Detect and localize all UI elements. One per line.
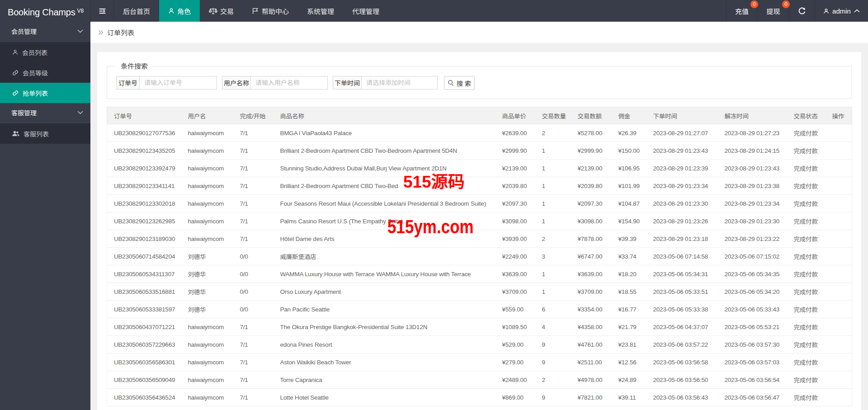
- sidebar-group-members[interactable]: 会员管理: [0, 22, 90, 42]
- recharge-badge: 0: [750, 0, 758, 8]
- nav-item-trades[interactable]: 交易: [200, 0, 243, 22]
- nav-item-label: 后台首页: [123, 6, 150, 16]
- cell-product-name: Orso Luxury Apartment: [274, 283, 495, 301]
- cell-trade-status: 完成付款: [787, 283, 826, 301]
- cell-user-name: haiwaiymcom: [181, 371, 233, 389]
- cell-trade-qty: 2: [535, 371, 571, 389]
- column-header-unit-price: 商品单价: [495, 107, 535, 124]
- cell-unit-price: ¥2249.00: [495, 248, 535, 265]
- menu-toggle-icon: [99, 8, 106, 14]
- cell-commission: ¥18.55: [612, 283, 646, 301]
- cell-unfreeze-time: 2023-05-06 07:15:02: [718, 248, 787, 265]
- cell-trade-qty: 6: [535, 301, 571, 318]
- cell-unfreeze-time: 2023-05-06 05:53:21: [718, 318, 787, 336]
- user-icon: [823, 8, 829, 14]
- cell-done-start: 7/1: [233, 195, 274, 212]
- search-button-label: 搜 索: [457, 79, 471, 88]
- cell-unit-price: ¥2639.00: [495, 124, 535, 142]
- order-no-label: 订单号: [116, 76, 140, 90]
- cell-unit-price: ¥3939.00: [495, 230, 535, 248]
- table-row: UB2308290123435205haiwaiymcom7/1Brillian…: [107, 142, 852, 160]
- cell-unit-price: ¥2489.00: [495, 371, 535, 389]
- cell-trade-status: 完成付款: [787, 195, 826, 212]
- table-row: UB2308290123302018haiwaiymcom7/1Four Sea…: [107, 195, 852, 212]
- nav-item-label: 代理管理: [352, 6, 379, 16]
- admin-user-menu[interactable]: admin: [815, 0, 868, 22]
- cell-order-no: UB2305060356436524: [107, 389, 181, 406]
- search-button[interactable]: 搜 索: [444, 76, 475, 90]
- cell-done-start: 7/1: [233, 371, 274, 389]
- nav-item-home[interactable]: 后台首页: [114, 0, 159, 22]
- column-header-order-time: 下单时间: [646, 107, 718, 124]
- withdraw-button[interactable]: 提现 0: [757, 0, 789, 22]
- cell-order-no: UB2308290123435205: [107, 142, 181, 160]
- column-header-done-start: 完成/开始: [233, 107, 274, 124]
- sidebar-item-label: 会员列表: [22, 48, 47, 57]
- table-row: UB2305060534311307刘德华0/0WAMMA Luxury Hou…: [107, 265, 852, 283]
- sidebar-submenu-support: 客服列表: [0, 123, 90, 144]
- cell-order-time: 2023-05-06 05:33:51: [646, 283, 718, 301]
- table-row: UB2305060533516881刘德华0/0Orso Luxury Apar…: [107, 283, 852, 301]
- sidebar-item-member-levels[interactable]: 会员等级: [0, 62, 90, 83]
- sidebar-item-member-list[interactable]: 会员列表: [0, 42, 90, 62]
- table-row: UB2308290123341141haiwaiymcom7/1Brillian…: [107, 177, 852, 195]
- top-nav: 后台首页 角色 交易 帮助中心 系统管理 代理管理: [114, 0, 388, 22]
- cell-user-name: haiwaiymcom: [181, 353, 233, 371]
- cell-commission: ¥23.81: [612, 336, 646, 353]
- user-name-input[interactable]: [251, 76, 328, 90]
- cell-order-time: 2023-08-29 01:23:26: [646, 212, 718, 230]
- cell-trade-amount: ¥2999.90: [571, 142, 612, 160]
- sidebar-group-support[interactable]: 客服管理: [0, 103, 90, 123]
- refresh-button[interactable]: [789, 0, 815, 22]
- cell-unit-price: ¥2999.90: [495, 142, 535, 160]
- cell-order-no: UB2308290123392479: [107, 160, 181, 177]
- cell-user-name: haiwaiymcom: [181, 212, 233, 230]
- cell-order-time: 2023-05-06 03:56:43: [646, 389, 718, 406]
- nav-item-roles[interactable]: 角色: [159, 0, 200, 22]
- cell-trade-status: 完成付款: [787, 389, 826, 406]
- cell-order-no: UB2305060356586301: [107, 353, 181, 371]
- column-header-unfreeze-time: 解冻时间: [718, 107, 787, 124]
- nav-item-system[interactable]: 系统管理: [298, 0, 343, 22]
- nav-item-label: 交易: [220, 6, 234, 16]
- cell-trade-status: 完成付款: [787, 230, 826, 248]
- cell-actions: [826, 318, 852, 336]
- cell-actions: [826, 248, 852, 265]
- cell-trade-qty: 1: [535, 195, 571, 212]
- cell-order-no: UB2308290127077536: [107, 124, 181, 142]
- order-no-input[interactable]: [140, 76, 217, 90]
- cell-user-name: haiwaiymcom: [181, 318, 233, 336]
- cell-trade-status: 完成付款: [787, 142, 826, 160]
- cell-order-time: 2023-05-06 05:34:31: [646, 265, 718, 283]
- user-icon: [12, 49, 18, 55]
- cell-order-time: 2023-08-29 01:23:18: [646, 230, 718, 248]
- sidebar-toggle-button[interactable]: [90, 0, 114, 22]
- link-icon: [12, 90, 19, 96]
- cell-user-name: haiwaiymcom: [181, 389, 233, 406]
- nav-item-help-center[interactable]: 帮助中心: [243, 0, 298, 22]
- brand-name: Booking Champs: [8, 7, 75, 17]
- sidebar-submenu-members: 会员列表 会员等级 抢单列表: [0, 42, 90, 103]
- cell-unfreeze-time: 2023-05-06 05:34:20: [718, 283, 787, 301]
- cell-commission: ¥39.39: [612, 230, 646, 248]
- recharge-button[interactable]: 充值 0: [726, 0, 757, 22]
- flag-icon: [252, 7, 259, 14]
- cell-done-start: 7/1: [233, 318, 274, 336]
- cell-commission: ¥104.87: [612, 195, 646, 212]
- orders-table-body: UB2308290127077536haiwaiymcom7/1BMGA l V…: [107, 124, 852, 406]
- cell-done-start: 7/1: [233, 353, 274, 371]
- column-header-actions: 操作: [826, 107, 852, 124]
- order-time-input[interactable]: [362, 76, 438, 90]
- cell-done-start: 7/1: [233, 160, 274, 177]
- cell-product-name: The Okura Prestige Bangkok-Presidential …: [274, 318, 495, 336]
- double-chevron-right-icon: [98, 29, 104, 36]
- cell-order-time: 2023-05-06 03:56:50: [646, 371, 718, 389]
- cell-trade-qty: 1: [535, 212, 571, 230]
- cell-unfreeze-time: 2023-05-06 05:33:43: [718, 301, 787, 318]
- sidebar-item-support-list[interactable]: 客服列表: [0, 123, 90, 144]
- nav-item-agents[interactable]: 代理管理: [343, 0, 388, 22]
- cell-trade-qty: 1: [535, 265, 571, 283]
- sidebar-item-grab-orders[interactable]: 抢单列表: [0, 83, 90, 103]
- cell-commission: ¥33.74: [612, 248, 646, 265]
- cell-user-name: haiwaiymcom: [181, 230, 233, 248]
